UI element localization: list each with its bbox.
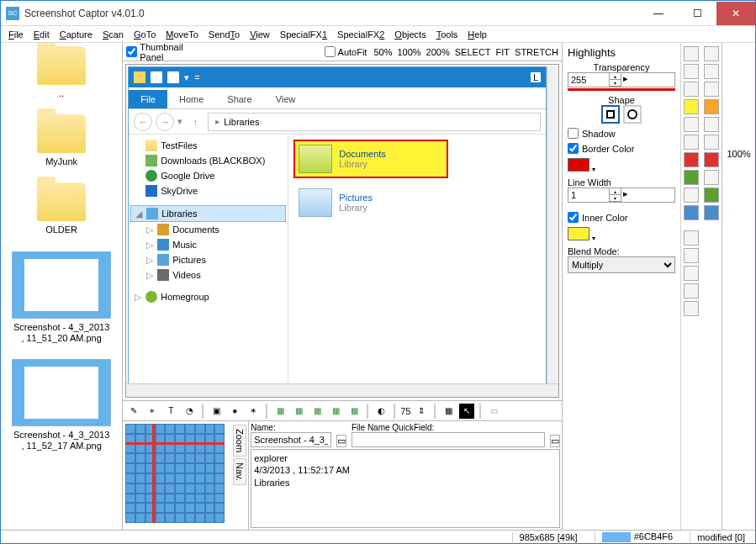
line-width-spinner[interactable]: ▴▾▸ <box>568 187 675 203</box>
menu-specialfx2[interactable]: SpecialFX2 <box>333 28 389 41</box>
tool-icon[interactable]: ▭ <box>486 404 501 419</box>
zoom-navigator[interactable]: ZoomNav. <box>123 421 249 530</box>
tool-icon[interactable]: ▦ <box>291 404 306 419</box>
menu-help[interactable]: Help <box>463 28 491 41</box>
tool-button[interactable] <box>684 152 699 167</box>
blend-mode-select[interactable]: Multiply <box>568 256 675 273</box>
thumb-screenshot[interactable]: Screenshot - 4_3_2013 , 11_52_17 AM.png <box>11 359 112 452</box>
zoom-fit[interactable]: FIT <box>496 47 510 57</box>
tool-icon[interactable]: ▦ <box>328 404 343 419</box>
tool-button[interactable] <box>684 99 699 114</box>
horizontal-scrollbar[interactable] <box>126 383 558 397</box>
menu-moveto[interactable]: MoveTo <box>161 28 203 41</box>
tool-button[interactable] <box>684 283 699 298</box>
tool-button[interactable] <box>684 301 699 316</box>
nav-tab[interactable]: Nav. <box>233 458 246 485</box>
name-input[interactable] <box>251 432 331 447</box>
thumb-folder[interactable]: MyJunk <box>11 114 112 167</box>
tool-button[interactable] <box>704 99 719 114</box>
thumb-screenshot[interactable]: Screenshot - 4_3_2013 , 11_51_20 AM.png <box>11 251 112 344</box>
forward-button[interactable]: → <box>156 113 174 131</box>
tool-button[interactable] <box>704 205 719 220</box>
thumb-parent[interactable]: .. <box>11 46 112 99</box>
tool-icon[interactable]: ◐ <box>373 404 389 419</box>
tab-home[interactable]: Home <box>167 90 215 108</box>
tool-button[interactable] <box>704 152 719 167</box>
library-pictures[interactable]: PicturesLibrary <box>295 185 447 220</box>
menu-capture[interactable]: Capture <box>56 28 97 41</box>
tool-icon[interactable]: ▦ <box>309 404 325 419</box>
tool-button[interactable] <box>684 187 699 203</box>
tool-button[interactable] <box>684 205 699 220</box>
tool-icon[interactable]: ▦ <box>441 404 456 419</box>
tool-button[interactable] <box>684 46 699 61</box>
menu-specialfx1[interactable]: SpecialFX1 <box>276 28 331 41</box>
tree-item-videos[interactable]: ▷Videos <box>130 267 286 283</box>
menu-file[interactable]: File <box>4 28 28 41</box>
inner-color-toggle[interactable]: Inner Color <box>568 212 675 223</box>
thumb-folder[interactable]: OLDER <box>11 182 112 235</box>
tool-icon[interactable]: ▦ <box>272 404 288 419</box>
menu-tools[interactable]: Tools <box>432 28 463 41</box>
border-color-swatch[interactable] <box>568 158 589 172</box>
tool-icon[interactable]: ◔ <box>182 404 197 419</box>
close-button[interactable]: ✕ <box>716 2 755 25</box>
thumbnail-panel-toggle[interactable]: Thumbnail Panel <box>126 42 182 62</box>
menu-view[interactable]: View <box>246 28 274 41</box>
transparency-spinner[interactable]: ▴▾▸ <box>568 72 675 87</box>
menu-goto[interactable]: GoTo <box>130 28 160 41</box>
tool-button[interactable] <box>684 117 699 132</box>
quickfield-input[interactable] <box>352 432 545 447</box>
tree-item-documents[interactable]: ▷Documents <box>130 222 286 237</box>
tree-item-skydrive[interactable]: SkyDrive <box>130 183 286 198</box>
tool-icon[interactable]: ↖ <box>459 404 474 419</box>
tool-icon[interactable]: ● <box>227 404 242 419</box>
tool-icon[interactable]: T <box>163 404 178 419</box>
shape-circle[interactable] <box>623 105 642 124</box>
tree-item-libraries[interactable]: ◢Libraries <box>130 205 286 222</box>
tool-button[interactable] <box>704 46 719 61</box>
zoom-200[interactable]: 200% <box>426 47 450 57</box>
up-button[interactable]: ↑ <box>186 113 204 131</box>
tool-button[interactable] <box>684 135 699 150</box>
quickfield-button[interactable]: ▭ <box>550 435 560 447</box>
tool-button[interactable] <box>704 82 719 97</box>
editor-canvas[interactable]: ▾ = L File Home Share View ← → ▾ ↑ <box>125 64 559 398</box>
tool-button[interactable] <box>704 135 719 150</box>
tab-share[interactable]: Share <box>215 90 263 108</box>
maximize-button[interactable]: ☐ <box>678 2 716 25</box>
menu-scan[interactable]: Scan <box>98 28 128 41</box>
zoom-tab[interactable]: Zoom <box>233 425 246 457</box>
tree-item-testfiles[interactable]: TestFiles <box>130 138 286 153</box>
spinner-icon[interactable]: ⇕ <box>414 404 429 419</box>
inner-color-swatch[interactable] <box>568 227 589 240</box>
autofit-toggle[interactable]: AutoFit <box>325 46 367 57</box>
tool-button[interactable] <box>704 170 719 185</box>
shape-square[interactable] <box>601 105 620 124</box>
tree-item-pictures[interactable]: ▷Pictures <box>130 252 286 267</box>
tool-icon[interactable]: ✶ <box>246 404 261 419</box>
tool-button[interactable] <box>684 82 699 97</box>
menu-sendto[interactable]: SendTo <box>204 28 244 41</box>
tab-file[interactable]: File <box>129 90 167 108</box>
tree-item-google-drive[interactable]: Google Drive <box>130 168 286 183</box>
zoom-100[interactable]: 100% <box>397 47 420 57</box>
menu-objects[interactable]: Objects <box>390 28 430 41</box>
menu-edit[interactable]: Edit <box>29 28 54 41</box>
tool-button[interactable] <box>704 187 719 203</box>
back-button[interactable]: ← <box>134 113 152 131</box>
shadow-toggle[interactable]: Shadow <box>568 128 675 139</box>
minimize-button[interactable]: — <box>639 2 678 25</box>
tool-button[interactable] <box>684 64 699 79</box>
rename-button[interactable]: ▭ <box>336 435 346 447</box>
tool-button[interactable] <box>684 230 699 246</box>
tool-button[interactable] <box>704 64 719 79</box>
vertical-scrollbar[interactable] <box>547 66 559 387</box>
tool-button[interactable] <box>684 170 699 185</box>
tool-button[interactable] <box>704 117 719 132</box>
history-dropdown[interactable]: ▾ <box>177 116 182 127</box>
tree-item-music[interactable]: ▷Music <box>130 237 286 252</box>
tab-view[interactable]: View <box>264 90 308 108</box>
tool-icon[interactable]: ▦ <box>346 404 362 419</box>
tool-button[interactable] <box>684 248 699 263</box>
